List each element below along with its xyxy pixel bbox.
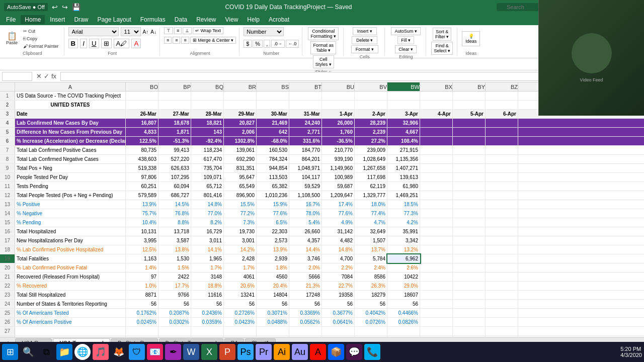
- cell-bt-23[interactable]: 17248: [289, 291, 322, 299]
- menu-help[interactable]: Help: [243, 15, 264, 24]
- cell-bu-11[interactable]: 59,687: [322, 182, 355, 191]
- format-cells-button[interactable]: Format ▾: [351, 45, 378, 53]
- cell-bv-16[interactable]: 32,649: [355, 227, 387, 236]
- cell-bu-14[interactable]: 77.6%: [322, 209, 355, 218]
- cell-bs-25[interactable]: 0.3071%: [257, 309, 289, 317]
- cell-bq-16[interactable]: 16,729: [191, 227, 224, 236]
- comma-button[interactable]: ,: [264, 40, 270, 48]
- cell-bx-11[interactable]: [420, 182, 453, 191]
- cell-bp-5[interactable]: 1,871: [158, 128, 191, 136]
- cell-bs-8[interactable]: 784,324: [257, 155, 289, 163]
- cell-by-8[interactable]: [453, 155, 486, 163]
- cell-bw-22[interactable]: 29.0%: [387, 282, 420, 290]
- cell-bw-23[interactable]: 18607: [387, 291, 420, 299]
- cell-bz-1[interactable]: [486, 92, 518, 100]
- cell-bu-2[interactable]: [322, 101, 355, 109]
- cell-bx-27[interactable]: [420, 327, 453, 335]
- menu-data[interactable]: Data: [171, 15, 191, 24]
- cell-bt-26[interactable]: 0.0562%: [289, 318, 322, 326]
- cell-bo-25[interactable]: 0.1762%: [126, 309, 158, 317]
- cell-bz-14[interactable]: [486, 209, 518, 218]
- cell-bx-12[interactable]: [420, 191, 453, 200]
- cell-bw-15[interactable]: 4.2%: [387, 218, 420, 227]
- cell-bs-10[interactable]: 113,503: [257, 173, 289, 182]
- cell-bp-18[interactable]: 13.8%: [158, 245, 191, 254]
- cancel-formula-icon[interactable]: ✕: [36, 72, 42, 80]
- cell-a-1[interactable]: US Data Source - The COVID Tracking Proj…: [15, 92, 126, 100]
- taskbar-dropbox-icon[interactable]: 📦: [328, 344, 344, 360]
- cell-bo-7[interactable]: 80,735: [126, 146, 158, 154]
- cell-a-13[interactable]: % Positive: [15, 200, 126, 209]
- col-header-bo[interactable]: BO: [126, 82, 158, 91]
- cell-bo-6[interactable]: 122.5%: [126, 137, 158, 145]
- cell-a-11[interactable]: Tests Pending: [15, 182, 126, 191]
- cell-bs-5[interactable]: 642: [257, 128, 289, 136]
- cell-bx-22[interactable]: [420, 282, 453, 290]
- cell-bo-18[interactable]: 12.5%: [126, 245, 158, 254]
- cell-bp-19[interactable]: 1,530: [158, 254, 191, 263]
- cell-br-13[interactable]: 15.5%: [224, 200, 257, 209]
- cell-bw-25[interactable]: 0.4466%: [387, 309, 420, 317]
- cell-bw-11[interactable]: 61,980: [387, 182, 420, 191]
- cell-bw-18[interactable]: 13.2%: [387, 245, 420, 254]
- cell-bu-10[interactable]: 100,989: [322, 173, 355, 182]
- cell-bp-2[interactable]: [158, 101, 191, 109]
- cell-bz-24[interactable]: [486, 300, 518, 308]
- cell-bx-18[interactable]: [420, 245, 453, 254]
- cell-bt-20[interactable]: 2.0%: [289, 263, 322, 272]
- cell-by-5[interactable]: [453, 128, 486, 136]
- fill-color-button[interactable]: A🖊: [114, 39, 130, 48]
- decrease-decimal-button[interactable]: ←.0: [286, 40, 299, 48]
- cell-br-18[interactable]: 14.2%: [224, 245, 257, 254]
- cell-by-3[interactable]: 5-Apr: [453, 110, 486, 118]
- cell-br-19[interactable]: 2,428: [224, 254, 257, 263]
- cell-by-17[interactable]: [453, 236, 486, 245]
- insert-function-icon[interactable]: fx: [51, 72, 56, 80]
- cell-bs-3[interactable]: 30-Mar: [257, 110, 289, 118]
- col-header-bw[interactable]: BW: [387, 82, 420, 91]
- cell-bq-13[interactable]: 14.8%: [191, 200, 224, 209]
- cell-bt-5[interactable]: 2,771: [289, 128, 322, 136]
- cell-bu-20[interactable]: 2.2%: [322, 263, 355, 272]
- cell-bz-13[interactable]: [486, 200, 518, 209]
- cell-bx-6[interactable]: [420, 137, 453, 145]
- taskbar-au-icon[interactable]: Au: [292, 344, 308, 360]
- cell-bo-4[interactable]: 16,807: [126, 119, 158, 127]
- cell-bw-6[interactable]: 108.4%: [387, 137, 420, 145]
- cell-bv-25[interactable]: 0.4042%: [355, 309, 387, 317]
- cell-bp-21[interactable]: 2422: [158, 273, 191, 281]
- cell-a-19[interactable]: Total Fatalities: [15, 254, 126, 263]
- paste-button[interactable]: 📋 Paste: [4, 31, 20, 46]
- cell-bx-23[interactable]: [420, 291, 453, 299]
- cell-bz-15[interactable]: [486, 218, 518, 227]
- cell-br-23[interactable]: 13241: [224, 291, 257, 299]
- cell-a-8[interactable]: Total Lab Confirmed Negative Cases: [15, 155, 126, 163]
- cell-bp-12[interactable]: 686,727: [158, 191, 191, 200]
- cell-bp-25[interactable]: 0.2087%: [158, 309, 191, 317]
- cell-bx-1[interactable]: [420, 92, 453, 100]
- cell-by-16[interactable]: [453, 227, 486, 236]
- cell-br-7[interactable]: 139,061: [224, 146, 257, 154]
- cell-bx-19[interactable]: [420, 254, 453, 263]
- cell-bp-8[interactable]: 527,220: [158, 155, 191, 163]
- cell-bo-11[interactable]: 60,251: [126, 182, 158, 191]
- cell-bq-19[interactable]: 1,965: [191, 254, 224, 263]
- cell-bu-8[interactable]: 939,190: [322, 155, 355, 163]
- cell-bv-1[interactable]: [355, 92, 387, 100]
- cell-bz-10[interactable]: [486, 173, 518, 182]
- cell-bp-20[interactable]: 1.5%: [158, 263, 191, 272]
- cell-bq-27[interactable]: [191, 327, 224, 335]
- cell-br-14[interactable]: 77.2%: [224, 209, 257, 218]
- taskbar-taskview-icon[interactable]: ⧉: [38, 344, 54, 360]
- taskbar-ai-icon[interactable]: Ai: [274, 344, 290, 360]
- cell-bq-3[interactable]: 28-Mar: [191, 110, 224, 118]
- cell-bx-14[interactable]: [420, 209, 453, 218]
- cell-bs-2[interactable]: [257, 101, 289, 109]
- cell-by-26[interactable]: [453, 318, 486, 326]
- cell-a-6[interactable]: % Increase (Acceleration) or Decrease (D…: [15, 137, 126, 145]
- cell-bx-25[interactable]: [420, 309, 453, 317]
- cell-by-4[interactable]: [453, 119, 486, 127]
- cell-bp-24[interactable]: 56: [158, 300, 191, 308]
- cell-bu-5[interactable]: 1,760: [322, 128, 355, 136]
- cell-a-14[interactable]: % Negative: [15, 209, 126, 218]
